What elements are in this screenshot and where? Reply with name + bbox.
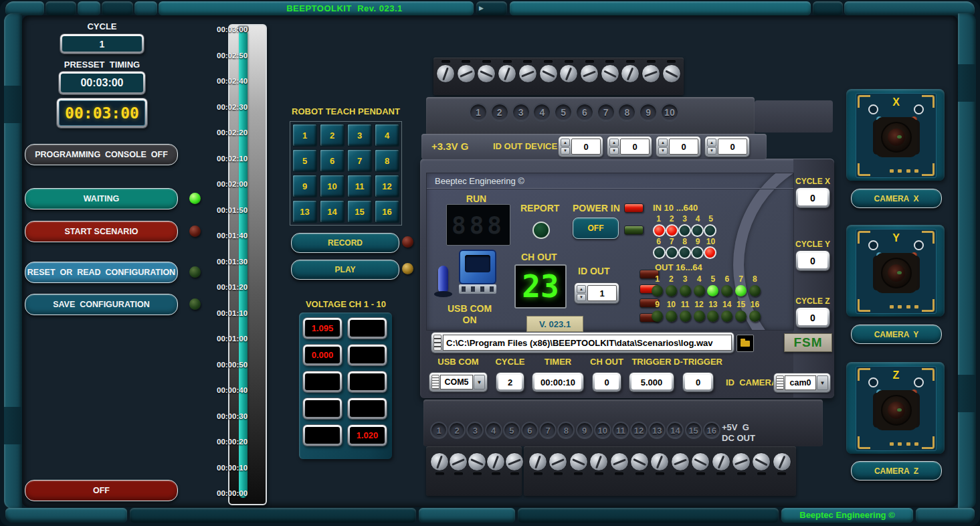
out-led — [666, 285, 677, 296]
cycle-value: 1 — [62, 36, 142, 52]
terminal-screw — [621, 64, 640, 83]
expander-arrow-icon[interactable]: ▶ — [479, 5, 484, 11]
programming-console-button[interactable]: PROGRAMMING CONSOLE OFF — [25, 144, 178, 165]
camera-z-pcb: Z — [856, 366, 937, 451]
pendant-key-1[interactable]: 1 — [292, 124, 317, 147]
id-camera-combo[interactable]: cam0 ▼ — [774, 373, 830, 392]
start-scenario-button[interactable]: START SCENARIO — [25, 221, 178, 242]
frame-segment — [844, 1, 975, 15]
camera-z-id-label: Z — [856, 369, 936, 381]
pendant-key-5[interactable]: 5 — [292, 149, 317, 172]
top-port-1: 1 — [469, 103, 488, 122]
pendant-key-16[interactable]: 16 — [375, 200, 399, 223]
fsm-button[interactable]: FSM — [784, 333, 832, 352]
browse-folder-button[interactable] — [737, 335, 754, 352]
spin-up-icon[interactable]: ▲ — [609, 139, 619, 147]
presset-timing-display[interactable]: 00:03:00 — [59, 72, 145, 94]
out-led — [694, 285, 705, 296]
terminal-slot — [605, 60, 614, 63]
pendant-key-6[interactable]: 6 — [320, 149, 345, 172]
pendant-key-7[interactable]: 7 — [347, 149, 372, 172]
terminal-screw — [630, 452, 649, 471]
out-led-labels-row2: 910111213141516 — [652, 300, 761, 309]
usb-connector-icon — [457, 250, 498, 299]
spin-up-icon[interactable]: ▲ — [707, 139, 716, 147]
voltage-display-8 — [348, 398, 387, 419]
pendant-key-11[interactable]: 11 — [347, 175, 372, 197]
terminal-slot — [757, 472, 766, 475]
spin-down-icon[interactable]: ▼ — [561, 147, 570, 155]
spin-up-icon[interactable]: ▲ — [561, 139, 570, 147]
pendant-key-8[interactable]: 8 — [375, 149, 399, 172]
id-out-device-spinner-2[interactable]: ▲ ▼ 0 — [607, 137, 652, 157]
terminal-slot — [574, 472, 583, 475]
pendant-key-2[interactable]: 2 — [320, 124, 345, 147]
bottom-port-7: 7 — [539, 422, 557, 439]
terminal-screw — [549, 452, 567, 471]
id-out-device-label: ID OUT DEVICE — [493, 141, 557, 151]
usb-com-combo[interactable]: COM5 ▼ — [429, 373, 487, 391]
trigger-input[interactable]: 5.000 — [629, 373, 674, 391]
timeline-tick: 00:00:10 — [217, 464, 258, 472]
cycle-y-display: 0 — [796, 251, 829, 270]
spin-down-icon[interactable]: ▼ — [658, 147, 668, 155]
teach-pendant-keypad: 12345678910111213141516 — [290, 121, 402, 226]
id-out-device-spinner-4[interactable]: ▲ ▼ 0 — [705, 137, 749, 157]
pendant-key-15[interactable]: 15 — [347, 200, 372, 223]
bottom-port-16: 16 — [703, 422, 720, 439]
power-toggle[interactable] — [438, 266, 448, 294]
record-led — [402, 236, 413, 248]
bottom-port-13: 13 — [648, 422, 666, 439]
id-out-device-spinner-1[interactable]: ▲ ▼ 0 — [559, 137, 603, 157]
pendant-key-4[interactable]: 4 — [375, 124, 399, 147]
timer-input[interactable]: 00:00:10 — [532, 373, 583, 391]
waiting-button[interactable]: WAITING — [25, 188, 178, 209]
pendant-key-13[interactable]: 13 — [292, 200, 317, 223]
terminal-slot — [656, 472, 664, 475]
frame-segment — [102, 1, 133, 15]
reset-or-read-configuration-button[interactable]: RESET OR READ CONFIGURATION — [25, 262, 178, 283]
camera-x-button[interactable]: CAMERA X — [851, 189, 942, 208]
terminal-screw — [650, 452, 669, 471]
d-trigger-input[interactable]: 0 — [683, 373, 713, 391]
camera-x-pcb: X — [856, 93, 937, 178]
spin-down-icon[interactable]: ▼ — [609, 147, 619, 155]
play-button[interactable]: PLAY — [291, 260, 399, 280]
ch-out-input[interactable]: 0 — [593, 373, 621, 391]
record-button[interactable]: RECORD — [291, 233, 399, 253]
timeline-tick: 00:01:20 — [217, 283, 258, 291]
cycle-input[interactable]: 2 — [496, 373, 524, 391]
out-label-10: 10 — [666, 300, 677, 309]
save-configuration-button[interactable]: SAVE CONFIGURATION — [25, 294, 178, 315]
spin-up-icon[interactable]: ▲ — [577, 285, 586, 293]
spin-down-icon[interactable]: ▼ — [577, 294, 586, 302]
id-out-device-spinner-3[interactable]: ▲ ▼ 0 — [656, 137, 700, 157]
pendant-key-12[interactable]: 12 — [375, 175, 399, 197]
cycle-display[interactable]: 1 — [60, 34, 144, 54]
terminal-screw — [430, 452, 449, 471]
pendant-key-3[interactable]: 3 — [347, 124, 372, 147]
terminal-screw — [732, 452, 751, 471]
spin-up-icon[interactable]: ▲ — [658, 139, 668, 147]
in-led — [678, 224, 691, 237]
usb-com-label: USB COM — [443, 303, 496, 314]
terminal-slot — [667, 60, 676, 63]
id-out-spinner[interactable]: ▲ ▼ 1 — [575, 283, 619, 303]
in-label-4: 4 — [692, 214, 704, 224]
terminal-slot — [777, 472, 786, 475]
camera-y-button[interactable]: CAMERA Y — [851, 325, 942, 344]
timeline-labels: 00:03:0000:02:5000:02:4000:02:3000:02:20… — [217, 25, 260, 503]
pendant-key-9[interactable]: 9 — [292, 175, 317, 197]
out-label-1: 1 — [652, 274, 663, 284]
spin-down-icon[interactable]: ▼ — [707, 147, 716, 155]
device-off-button[interactable]: OFF — [573, 217, 619, 239]
pendant-key-14[interactable]: 14 — [320, 200, 345, 223]
dropdown-arrow-icon[interactable]: ▼ — [474, 375, 485, 389]
off-button[interactable]: OFF — [25, 480, 178, 501]
dropdown-arrow-icon[interactable]: ▼ — [817, 375, 828, 390]
pendant-key-10[interactable]: 10 — [320, 175, 345, 197]
out-leds-row2 — [652, 311, 761, 322]
scenario-path-control[interactable]: C:\C:\Program Files (x86)\BEEPTOOLKIT\da… — [431, 333, 734, 353]
timeline-tick: 00:01:50 — [217, 206, 258, 214]
camera-z-button[interactable]: CAMERA Z — [851, 461, 942, 480]
